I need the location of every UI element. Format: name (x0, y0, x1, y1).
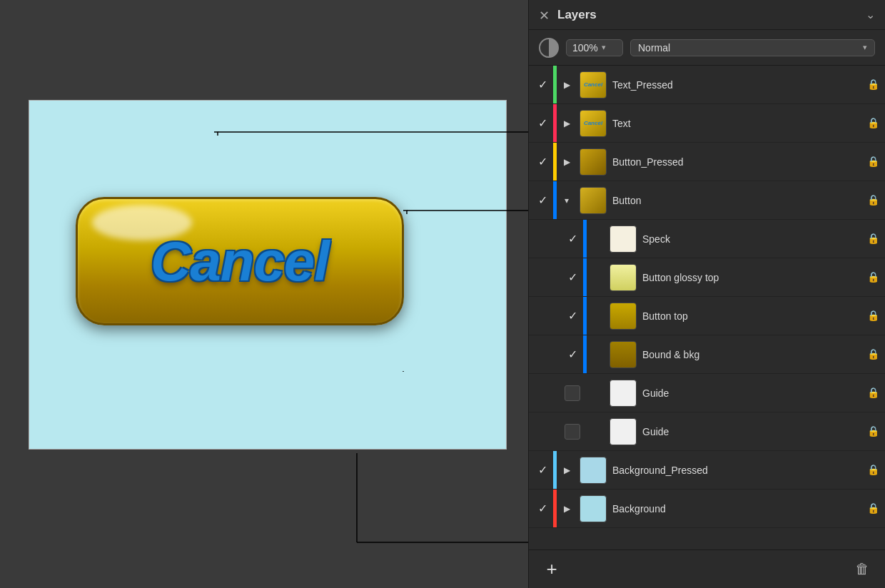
layer-thumb-button-glossy-top (610, 264, 637, 291)
layer-lock-background: 🔒 (866, 502, 879, 515)
layer-expand-guide1 (590, 386, 604, 400)
layer-accent-text (553, 104, 557, 142)
layer-name-button-pressed: Button_Pressed (612, 156, 866, 168)
opacity-row: 100% ▾ Normal ▾ (529, 30, 885, 66)
layers-header: ✕ Layers ⌄ (529, 0, 885, 30)
opacity-chevron: ▾ (602, 43, 606, 52)
layer-lock-text: 🔒 (866, 117, 879, 130)
layer-visible-bound-bkg[interactable]: ✓ (565, 347, 580, 363)
layer-name-background: Background (612, 503, 866, 514)
layer-item-background-pressed[interactable]: ✓▶Background_Pressed🔒 (529, 451, 885, 490)
layer-name-background-pressed: Background_Pressed (612, 465, 866, 476)
opacity-value: 100% (572, 42, 598, 54)
canvas-area: Cancel (0, 0, 528, 588)
blend-control[interactable]: Normal ▾ (630, 39, 875, 56)
layer-accent-speck (583, 220, 587, 258)
layer-visible-text[interactable]: ✓ (535, 116, 550, 131)
layer-accent-text-pressed (553, 66, 557, 103)
layer-expand-button-pressed[interactable]: ▶ (560, 155, 574, 169)
layer-expand-button-glossy-top (590, 270, 604, 285)
cancel-button-text: Cancel (151, 229, 329, 294)
layer-accent-button-glossy-top (583, 258, 587, 296)
button-wrapper: Cancel (69, 186, 411, 336)
layer-visible-guide2[interactable] (565, 424, 580, 440)
layer-accent-bound-bkg (583, 335, 587, 373)
layer-visible-background-pressed[interactable]: ✓ (535, 462, 550, 478)
layer-accent-button-pressed (553, 143, 557, 181)
layer-visible-text-pressed[interactable]: ✓ (535, 77, 550, 93)
layer-expand-button-top (590, 309, 604, 323)
layer-item-text[interactable]: ✓▶CancelText🔒 (529, 104, 885, 143)
layer-name-button-top: Button top (642, 310, 866, 322)
layer-visible-speck[interactable]: ✓ (565, 231, 580, 247)
layer-name-button-glossy-top: Button glossy top (642, 272, 866, 283)
canvas-content: Cancel (29, 100, 507, 450)
layer-visible-button[interactable]: ✓ (535, 193, 550, 208)
layer-accent-guide1 (583, 374, 587, 412)
layer-name-guide2: Guide (642, 426, 866, 437)
add-layer-button[interactable]: + (540, 558, 563, 581)
layer-lock-button: 🔒 (866, 194, 879, 207)
layer-item-button-glossy-top[interactable]: ✓Button glossy top🔒 (529, 258, 885, 297)
opacity-icon (539, 38, 559, 58)
layer-item-background[interactable]: ✓▶Background🔒 (529, 490, 885, 528)
layer-thumb-text: Cancel (580, 110, 607, 137)
layer-name-text: Text (612, 118, 866, 129)
layer-lock-button-top: 🔒 (866, 310, 879, 323)
layer-visible-button-top[interactable]: ✓ (565, 308, 580, 324)
layer-lock-button-pressed: 🔒 (866, 156, 879, 168)
layer-thumb-background-pressed (580, 457, 607, 484)
layer-lock-button-glossy-top: 🔒 (866, 271, 879, 284)
layer-item-button[interactable]: ✓▾Button🔒 (529, 181, 885, 220)
layer-thumb-background (580, 495, 607, 522)
panel-collapse-icon[interactable]: ⌄ (866, 8, 875, 21)
blend-value: Normal (638, 42, 857, 54)
layer-thumb-button-top (610, 303, 637, 330)
layer-visible-guide1[interactable] (565, 385, 580, 401)
layer-thumb-guide2 (610, 418, 637, 445)
layer-expand-background-pressed[interactable]: ▶ (560, 463, 574, 477)
layer-thumb-text-pressed: Cancel (580, 71, 607, 98)
layer-name-button: Button (612, 195, 866, 206)
layer-thumb-button-pressed (580, 148, 607, 176)
layer-visible-background[interactable]: ✓ (535, 501, 550, 517)
panel-title: Layers (557, 8, 597, 22)
opacity-control[interactable]: 100% ▾ (566, 39, 623, 56)
layer-thumb-speck (610, 225, 637, 253)
layer-accent-background-pressed (553, 451, 557, 489)
layer-item-button-pressed[interactable]: ✓▶Button_Pressed🔒 (529, 143, 885, 181)
layer-lock-speck: 🔒 (866, 233, 879, 245)
layer-name-guide1: Guide (642, 387, 866, 399)
layer-name-text-pressed: Text_Pressed (612, 79, 866, 91)
layer-expand-button[interactable]: ▾ (560, 193, 574, 208)
layer-lock-guide2: 🔒 (866, 425, 879, 438)
layer-name-speck: Speck (642, 233, 866, 245)
layer-expand-guide2 (590, 425, 604, 439)
layer-name-bound-bkg: Bound & bkg (642, 349, 866, 360)
layer-visible-button-glossy-top[interactable]: ✓ (565, 270, 580, 285)
layer-visible-button-pressed[interactable]: ✓ (535, 154, 550, 170)
layer-accent-button (553, 181, 557, 219)
layer-item-speck[interactable]: ✓Speck🔒 (529, 220, 885, 258)
layer-accent-button-top (583, 297, 587, 335)
layer-expand-text-pressed[interactable]: ▶ (560, 78, 574, 92)
layer-item-text-pressed[interactable]: ✓▶CancelText_Pressed🔒 (529, 66, 885, 104)
layer-lock-guide1: 🔒 (866, 387, 879, 400)
layer-thumb-guide1 (610, 380, 637, 407)
layer-lock-background-pressed: 🔒 (866, 464, 879, 477)
layer-accent-guide2 (583, 412, 587, 450)
layers-panel: ✕ Layers ⌄ 100% ▾ Normal ▾ ✓▶CancelText_… (528, 0, 885, 588)
layer-item-bound-bkg[interactable]: ✓Bound & bkg🔒 (529, 335, 885, 374)
layer-item-button-top[interactable]: ✓Button top🔒 (529, 297, 885, 335)
close-icon[interactable]: ✕ (539, 9, 550, 21)
delete-layer-button[interactable]: 🗑 (851, 558, 874, 581)
layer-item-guide2[interactable]: Guide🔒 (529, 412, 885, 451)
cancel-button[interactable]: Cancel (76, 197, 404, 325)
layers-title-group: ✕ Layers (539, 8, 597, 22)
layer-accent-background (553, 490, 557, 527)
layer-item-guide1[interactable]: Guide🔒 (529, 374, 885, 412)
layer-expand-bound-bkg (590, 348, 604, 362)
layer-list: ✓▶CancelText_Pressed🔒✓▶CancelText🔒✓▶Butt… (529, 66, 885, 549)
layer-expand-text[interactable]: ▶ (560, 116, 574, 131)
layer-expand-background[interactable]: ▶ (560, 502, 574, 516)
